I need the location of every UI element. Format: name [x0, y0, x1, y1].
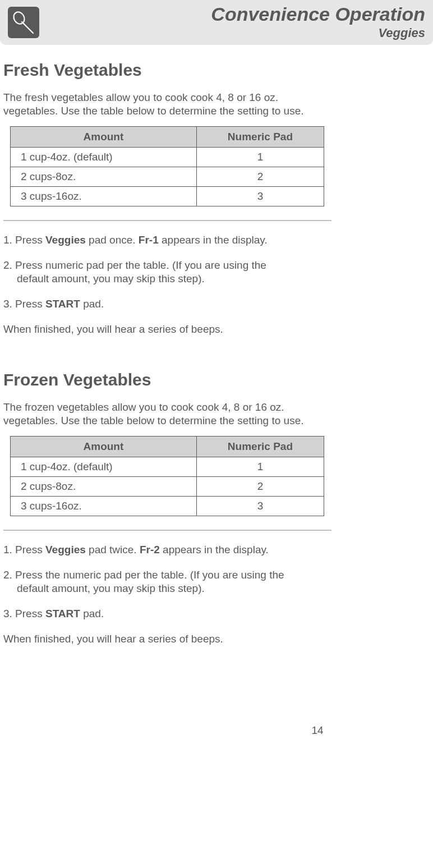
table-row: 1 cup-4oz. (default) 1 — [11, 148, 324, 167]
table-row: 3 cups-16oz. 3 — [11, 187, 324, 206]
fresh-note: When finished, you will hear a series of… — [3, 323, 427, 337]
page-number: 14 — [0, 724, 433, 748]
veggie-icon — [8, 7, 39, 38]
fresh-step-3: 3. Press START pad. — [3, 297, 337, 311]
frozen-step-3: 3. Press START pad. — [3, 607, 337, 621]
fresh-amount-table: Amount Numeric Pad 1 cup-4oz. (default) … — [10, 126, 324, 206]
section-heading-frozen: Frozen Vegetables — [3, 370, 427, 389]
cell-amount: 1 cup-4oz. (default) — [11, 457, 197, 476]
cell-pad: 1 — [196, 148, 324, 167]
fresh-step-1: 1. Press Veggies pad once. Fr-1 appears … — [3, 233, 337, 247]
table-row: 2 cups-8oz. 2 — [11, 476, 324, 496]
cell-amount: 3 cups-16oz. — [11, 496, 197, 516]
header-subtitle: Veggies — [48, 26, 425, 40]
frozen-step-1: 1. Press Veggies pad twice. Fr-2 appears… — [3, 543, 337, 557]
page-content: Fresh Vegetables The fresh vegetables al… — [0, 61, 433, 646]
frozen-intro: The frozen vegetables allow you to cook … — [3, 401, 329, 428]
cell-pad: 2 — [196, 476, 324, 496]
table-header-row: Amount Numeric Pad — [11, 127, 324, 148]
cell-pad: 3 — [196, 496, 324, 516]
col-numeric-pad: Numeric Pad — [196, 436, 324, 457]
frozen-note: When finished, you will hear a series of… — [3, 632, 427, 646]
frozen-step-2: 2. Press the numeric pad per the table. … — [3, 568, 337, 596]
divider — [3, 220, 331, 221]
cell-amount: 3 cups-16oz. — [11, 187, 197, 206]
fresh-step-2: 2. Press numeric pad per the table. (If … — [3, 259, 337, 286]
spoon-icon — [12, 11, 35, 34]
table-row: 2 cups-8oz. 2 — [11, 167, 324, 187]
cell-pad: 2 — [196, 167, 324, 187]
frozen-amount-table: Amount Numeric Pad 1 cup-4oz. (default) … — [10, 436, 324, 516]
divider — [3, 530, 331, 531]
col-numeric-pad: Numeric Pad — [196, 127, 324, 148]
col-amount: Amount — [11, 127, 197, 148]
page-header: Convenience Operation Veggies — [0, 0, 433, 45]
cell-amount: 2 cups-8oz. — [11, 167, 197, 187]
svg-line-1 — [22, 22, 33, 33]
cell-pad: 3 — [196, 187, 324, 206]
table-header-row: Amount Numeric Pad — [11, 436, 324, 457]
header-title: Convenience Operation — [48, 4, 425, 25]
table-row: 3 cups-16oz. 3 — [11, 496, 324, 516]
cell-amount: 2 cups-8oz. — [11, 476, 197, 496]
fresh-intro: The fresh vegetables allow you to cook c… — [3, 91, 329, 118]
header-titles: Convenience Operation Veggies — [48, 4, 427, 40]
cell-amount: 1 cup-4oz. (default) — [11, 148, 197, 167]
col-amount: Amount — [11, 436, 197, 457]
table-row: 1 cup-4oz. (default) 1 — [11, 457, 324, 476]
cell-pad: 1 — [196, 457, 324, 476]
section-heading-fresh: Fresh Vegetables — [3, 61, 427, 80]
